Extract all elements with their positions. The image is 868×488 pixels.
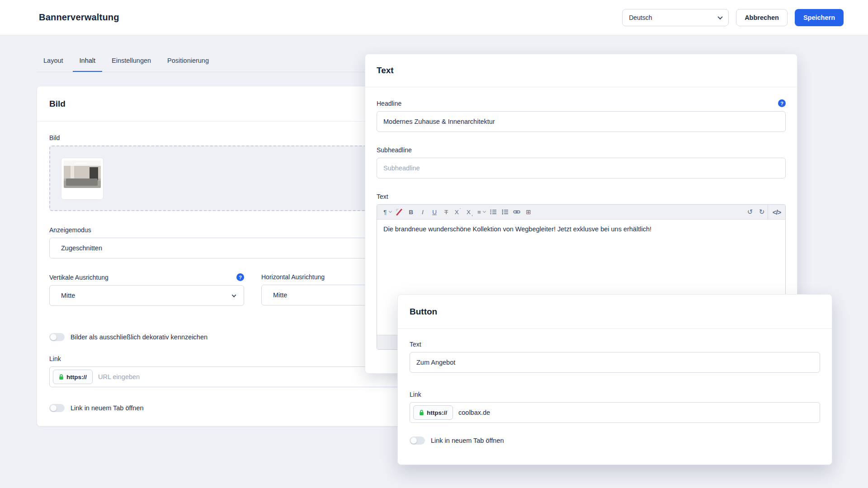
unordered-list-icon[interactable]	[487, 206, 499, 218]
help-icon[interactable]: ?	[778, 99, 786, 107]
text-field-label: Text	[377, 193, 786, 200]
button-link-label: Link	[410, 391, 820, 398]
button-link-input: https://	[410, 402, 820, 423]
toggle-knob	[50, 334, 57, 340]
bold-icon[interactable]: B	[405, 206, 417, 218]
media-thumbnail[interactable]	[61, 158, 104, 200]
button-newtab-toggle-label: Link in neuem Tab öffnen	[431, 437, 504, 444]
chevron-down-icon	[389, 210, 392, 213]
page-title: Bannerverwaltung	[39, 12, 119, 23]
button-url-input[interactable]	[453, 403, 816, 422]
display-mode-value: Zugeschnitten	[61, 244, 102, 252]
undo-icon[interactable]: ↺	[744, 206, 756, 218]
vertical-align-select[interactable]: Mitte	[49, 285, 244, 306]
button-card-title: Button	[398, 295, 832, 329]
toggle-knob	[410, 437, 417, 444]
language-select-value: Deutsch	[629, 14, 652, 21]
rte-toolbar: ¶ B I U T X X ≡	[377, 205, 785, 220]
horizontal-align-value: Mitte	[273, 291, 287, 299]
horizontal-align-label: Horizontal Ausrichtung	[261, 273, 325, 281]
button-newtab-toggle[interactable]	[410, 436, 425, 445]
italic-icon[interactable]: I	[417, 206, 429, 218]
subheadline-label: Subheadline	[377, 146, 786, 154]
banner-management-page: Bannerverwaltung Deutsch Abbrechen Speic…	[0, 0, 868, 488]
lock-icon	[59, 374, 64, 380]
text-align-icon[interactable]: ≡	[476, 206, 487, 218]
chevron-down-icon	[483, 210, 486, 213]
url-scheme-text: https://	[66, 374, 87, 380]
decorative-image-toggle[interactable]	[49, 333, 65, 341]
insert-table-icon[interactable]: ⊞	[523, 206, 534, 218]
button-text-input[interactable]	[410, 352, 820, 373]
help-icon[interactable]: ?	[236, 273, 244, 281]
bild-newtab-toggle[interactable]	[49, 404, 65, 412]
decorative-image-toggle-label: Bilder als ausschließlich dekorativ kenn…	[71, 333, 208, 341]
ordered-list-icon[interactable]	[499, 206, 511, 218]
bild-newtab-toggle-label: Link in neuem Tab öffnen	[71, 404, 144, 412]
tab-einstellungen[interactable]: Einstellungen	[105, 54, 158, 72]
button-card: Button Text Link https:// Link	[397, 294, 832, 465]
url-scheme-chip[interactable]: https://	[53, 370, 93, 384]
toggle-knob	[50, 405, 57, 411]
url-scheme-text: https://	[427, 409, 447, 416]
code-view-icon[interactable]: </>	[771, 206, 783, 218]
chevron-down-icon	[232, 293, 236, 297]
underline-icon[interactable]: U	[429, 206, 440, 218]
vertical-align-label: Vertikale Ausrichtung	[49, 274, 108, 281]
headline-label: Headline	[377, 100, 401, 107]
cancel-button[interactable]: Abbrechen	[736, 9, 788, 26]
headline-input[interactable]	[377, 111, 786, 132]
vertical-align-value: Mitte	[61, 292, 75, 299]
top-bar-actions: Deutsch Abbrechen Speichern	[622, 9, 844, 26]
tab-inhalt[interactable]: Inhalt	[73, 54, 102, 72]
subscript-icon[interactable]: X	[464, 206, 476, 218]
url-scheme-chip[interactable]: https://	[413, 405, 453, 420]
language-select[interactable]: Deutsch	[622, 9, 729, 26]
banner-image-preview	[64, 160, 101, 188]
insert-link-icon[interactable]	[511, 206, 523, 218]
redo-icon[interactable]: ↻	[756, 206, 768, 218]
superscript-icon[interactable]: X	[452, 206, 464, 218]
text-color-icon[interactable]	[393, 206, 405, 218]
subheadline-input[interactable]	[377, 158, 786, 178]
top-bar: Bannerverwaltung Deutsch Abbrechen Speic…	[0, 0, 868, 35]
text-card-title: Text	[365, 54, 797, 87]
chevron-down-icon	[717, 14, 722, 19]
tab-positionierung[interactable]: Positionierung	[160, 54, 216, 72]
tab-layout[interactable]: Layout	[37, 54, 70, 72]
strikethrough-icon[interactable]: T	[440, 206, 452, 218]
paragraph-format-icon[interactable]: ¶	[382, 206, 393, 218]
save-button[interactable]: Speichern	[795, 9, 844, 26]
button-text-label: Text	[410, 341, 820, 348]
lock-icon	[419, 410, 424, 416]
